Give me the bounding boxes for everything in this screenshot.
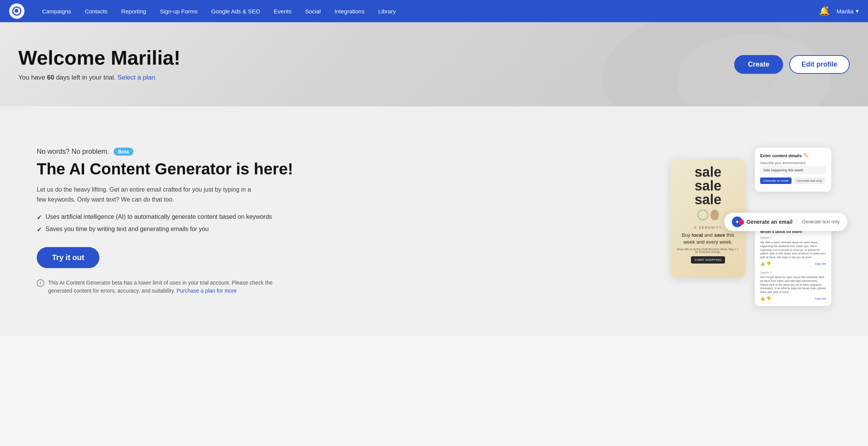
thumbs-down-icon-2[interactable]: 👎 — [766, 296, 771, 301]
indicator-dot — [739, 220, 744, 225]
hero-text: Welcome Marilia! You have 60 days left i… — [18, 47, 180, 81]
sale-text-2: sale — [694, 179, 721, 193]
thumbs-up-icon[interactable]: 👍 — [760, 262, 765, 266]
checkmark-icon: ✓ — [37, 214, 42, 221]
days-count: 60 — [47, 74, 54, 81]
sale-text-3: sale — [694, 193, 721, 207]
hero-subtitle: You have 60 days left in your trial. Sel… — [18, 74, 180, 81]
writers-block-panel: Writer's block no more! Option 1 We have… — [755, 224, 831, 306]
nav-google-ads-seo[interactable]: Google Ads & SEO — [205, 0, 267, 22]
generate-text-btn[interactable]: Generate text only — [794, 177, 825, 184]
nav-campaigns[interactable]: Campaigns — [35, 0, 78, 22]
thumbs-icons: 👍 👎 — [760, 262, 771, 266]
thumbs-down-icon[interactable]: 👎 — [766, 262, 771, 266]
logo[interactable] — [9, 3, 24, 19]
create-button[interactable]: Create — [734, 55, 783, 74]
feature-list: ✓ Uses artificial intelligence (AI) to a… — [37, 213, 648, 233]
notification-dot — [825, 6, 829, 10]
list-item: ✓ Uses artificial intelligence (AI) to a… — [37, 213, 648, 221]
copy-text-link[interactable]: Copy text — [814, 262, 826, 265]
notifications-bell[interactable]: 🔔 — [818, 5, 831, 17]
feature-left: No words? No problem. Beta The AI Conten… — [37, 148, 648, 295]
circle-shape — [697, 210, 708, 220]
option1-label: Option 1 — [760, 236, 826, 239]
nav-events[interactable]: Events — [267, 0, 298, 22]
oval-shape — [710, 210, 719, 220]
generate-email-btn[interactable]: Generate an email — [760, 177, 792, 184]
feature-eyebrow: No words? No problem. — [37, 148, 109, 156]
list-item-text: Uses artificial intelligence (AI) to aut… — [46, 213, 272, 220]
nav-library[interactable]: Library — [371, 0, 403, 22]
nav-reporting[interactable]: Reporting — [114, 0, 153, 22]
nav-items: Campaigns Contacts Reporting Sign-up For… — [35, 0, 818, 22]
panel-options: Generate an email Generate text only — [760, 177, 826, 184]
decorative-shapes — [697, 210, 719, 220]
sale-text-1: sale — [694, 165, 721, 179]
brand-name: S SERENITY — [694, 226, 722, 230]
feature-illustration: sale sale sale S SERENITY Buy local and … — [671, 148, 831, 293]
select-plan-link[interactable]: Select a plan. — [117, 74, 157, 81]
generate-label: Generate an email — [746, 219, 793, 225]
chevron-down-icon: ▾ — [856, 8, 859, 15]
feature-description: Let us do the heavy lifting. Get an enti… — [37, 185, 258, 204]
edit-icon: ✏️ — [803, 153, 809, 158]
option2-label: Option 2 — [760, 271, 826, 274]
nav-signup-forms[interactable]: Sign-up Forms — [153, 0, 204, 22]
panel-title: Enter content details ✏️ — [760, 153, 826, 158]
feature-badge-row: No words? No problem. Beta — [37, 148, 648, 156]
feature-card: No words? No problem. Beta The AI Conten… — [18, 129, 850, 313]
nav-right: 🔔 Marilia ▾ — [818, 5, 859, 17]
nav-integrations[interactable]: Integrations — [328, 0, 371, 22]
hero-buttons: Create Edit profile — [734, 55, 850, 74]
user-menu[interactable]: Marilia ▾ — [837, 8, 859, 15]
shop-text: Shop with us during Small Business Week,… — [675, 248, 741, 253]
disclaimer-text: This AI Content Generator beta has a low… — [48, 279, 297, 295]
hero-title: Welcome Marilia! — [18, 47, 180, 69]
purchase-plan-link[interactable]: Purchase a plan for more — [177, 288, 237, 294]
panel-label: Describe your announcement: — [760, 161, 826, 165]
beta-badge: Beta — [114, 148, 133, 156]
subtitle-suffix: days left in your trial. — [54, 74, 116, 81]
subtitle-prefix: You have — [18, 74, 47, 81]
checkmark-icon: ✓ — [37, 226, 42, 233]
disclaimer: i This AI Content Generator beta has a l… — [37, 279, 297, 295]
edit-profile-button[interactable]: Edit profile — [789, 55, 850, 74]
content-details-panel: Enter content details ✏️ Describe your a… — [755, 148, 831, 192]
generate-text-only: Generate text only — [796, 219, 840, 225]
option2-footer: 👍 👎 Copy text — [760, 296, 826, 301]
option1-footer: 👍 👎 Copy text — [760, 262, 826, 266]
main-section: No words? No problem. Beta The AI Conten… — [0, 106, 868, 336]
panel-input-box: Sale happening this week! — [760, 166, 826, 174]
option1-text: We have a quick reminder about our open … — [760, 241, 826, 259]
option2-text: Don't forget about our open house this w… — [760, 275, 826, 294]
card-local-text: Buy local and save this week and every w… — [675, 232, 741, 246]
feature-heading: The AI Content Generator is here! — [37, 160, 648, 178]
nav-social[interactable]: Social — [298, 0, 328, 22]
thumbs-icons-2: 👍 👎 — [760, 296, 771, 301]
try-it-out-button[interactable]: Try it out — [37, 247, 99, 268]
start-shopping-btn: START SHOPPING — [691, 256, 725, 264]
info-icon: i — [37, 279, 44, 287]
copy-text-link-2[interactable]: Copy text — [814, 297, 826, 300]
navbar: Campaigns Contacts Reporting Sign-up For… — [0, 0, 868, 22]
list-item: ✓ Saves you time by writing text and gen… — [37, 226, 648, 233]
list-item-text: Saves you time by writing text and gener… — [46, 226, 209, 233]
user-name: Marilia — [837, 8, 853, 15]
hero-section: Welcome Marilia! You have 60 days left i… — [0, 22, 868, 106]
thumbs-up-icon-2[interactable]: 👍 — [760, 296, 765, 301]
nav-contacts[interactable]: Contacts — [78, 0, 114, 22]
